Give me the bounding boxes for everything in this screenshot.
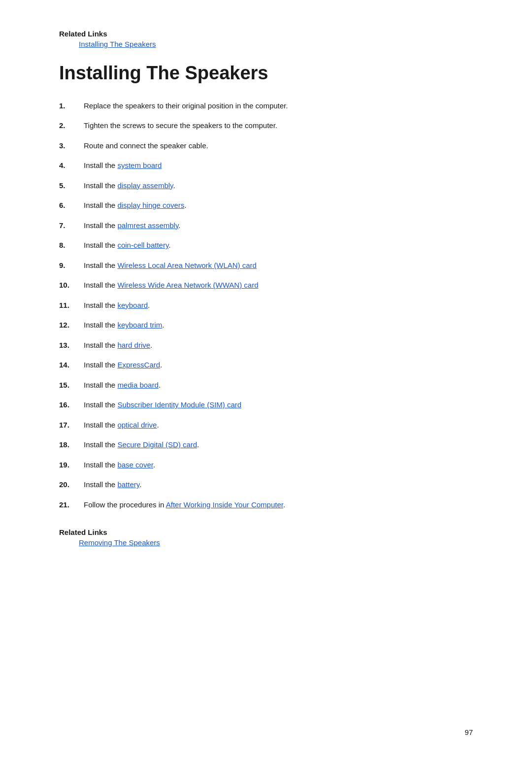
installing-speakers-link[interactable]: Installing The Speakers bbox=[79, 40, 156, 48]
step-20: 20. Install the battery. bbox=[59, 479, 473, 491]
step-text-7: Install the palmrest assembly. bbox=[84, 220, 473, 232]
step-5: 5. Install the display assembly. bbox=[59, 180, 473, 192]
step-text-6: Install the display hinge covers. bbox=[84, 200, 473, 211]
palmrest-assembly-link[interactable]: palmrest assembly bbox=[117, 221, 178, 230]
bottom-related-links-list: Removing The Speakers bbox=[59, 538, 473, 547]
step-21: 21. Follow the procedures in After Worki… bbox=[59, 499, 473, 511]
step-number-17: 17. bbox=[59, 420, 84, 431]
step-14: 14. Install the ExpressCard. bbox=[59, 360, 473, 371]
step-17: 17. Install the optical drive. bbox=[59, 420, 473, 431]
top-related-links-label: Related Links bbox=[59, 30, 473, 38]
step-text-2: Tighten the screws to secure the speaker… bbox=[84, 120, 473, 132]
step-7: 7. Install the palmrest assembly. bbox=[59, 220, 473, 232]
step-2: 2. Tighten the screws to secure the spea… bbox=[59, 120, 473, 132]
step-text-17: Install the optical drive. bbox=[84, 420, 473, 431]
step-number-14: 14. bbox=[59, 360, 84, 371]
step-19: 19. Install the base cover. bbox=[59, 460, 473, 471]
step-4: 4. Install the system board bbox=[59, 160, 473, 171]
step-text-15: Install the media board. bbox=[84, 380, 473, 391]
coin-cell-battery-link[interactable]: coin-cell battery bbox=[117, 241, 168, 249]
step-9: 9. Install the Wireless Local Area Netwo… bbox=[59, 260, 473, 271]
after-working-link[interactable]: After Working Inside Your Computer bbox=[166, 500, 283, 509]
step-text-20: Install the battery. bbox=[84, 479, 473, 491]
step-11: 11. Install the keyboard. bbox=[59, 300, 473, 311]
sim-card-link[interactable]: Subscriber Identity Module (SIM) card bbox=[117, 400, 241, 409]
step-text-8: Install the coin-cell battery. bbox=[84, 240, 473, 251]
step-1: 1. Replace the speakers to their origina… bbox=[59, 100, 473, 112]
step-text-21: Follow the procedures in After Working I… bbox=[84, 499, 473, 511]
step-number-15: 15. bbox=[59, 380, 84, 391]
step-text-18: Install the Secure Digital (SD) card. bbox=[84, 439, 473, 451]
step-text-1: Replace the speakers to their original p… bbox=[84, 100, 473, 112]
step-16: 16. Install the Subscriber Identity Modu… bbox=[59, 399, 473, 411]
step-18: 18. Install the Secure Digital (SD) card… bbox=[59, 439, 473, 451]
top-related-links-list: Installing The Speakers bbox=[59, 40, 473, 48]
step-text-13: Install the hard drive. bbox=[84, 340, 473, 351]
steps-list: 1. Replace the speakers to their origina… bbox=[59, 100, 473, 511]
page-title: Installing The Speakers bbox=[59, 62, 473, 85]
step-text-4: Install the system board bbox=[84, 160, 473, 171]
step-text-16: Install the Subscriber Identity Module (… bbox=[84, 399, 473, 411]
hard-drive-link[interactable]: hard drive bbox=[117, 341, 150, 349]
step-8: 8. Install the coin-cell battery. bbox=[59, 240, 473, 251]
step-text-10: Install the Wireless Wide Area Network (… bbox=[84, 280, 473, 291]
list-item: Installing The Speakers bbox=[79, 40, 473, 48]
optical-drive-link[interactable]: optical drive bbox=[117, 421, 157, 429]
step-number-16: 16. bbox=[59, 399, 84, 411]
step-number-3: 3. bbox=[59, 140, 84, 152]
expresscard-link[interactable]: ExpressCard bbox=[117, 361, 160, 369]
media-board-link[interactable]: media board bbox=[117, 381, 158, 389]
keyboard-trim-link[interactable]: keyboard trim bbox=[117, 321, 162, 329]
base-cover-link[interactable]: base cover bbox=[117, 461, 153, 469]
step-15: 15. Install the media board. bbox=[59, 380, 473, 391]
display-hinge-covers-link[interactable]: display hinge covers bbox=[117, 201, 184, 209]
step-text-9: Install the Wireless Local Area Network … bbox=[84, 260, 473, 271]
step-12: 12. Install the keyboard trim. bbox=[59, 320, 473, 331]
step-number-19: 19. bbox=[59, 460, 84, 471]
step-number-7: 7. bbox=[59, 220, 84, 232]
step-text-5: Install the display assembly. bbox=[84, 180, 473, 192]
step-number-18: 18. bbox=[59, 439, 84, 451]
step-number-10: 10. bbox=[59, 280, 84, 291]
top-related-links-section: Related Links Installing The Speakers bbox=[59, 30, 473, 48]
wlan-card-link[interactable]: Wireless Local Area Network (WLAN) card bbox=[117, 261, 257, 269]
step-number-1: 1. bbox=[59, 100, 84, 112]
step-number-6: 6. bbox=[59, 200, 84, 211]
step-number-5: 5. bbox=[59, 180, 84, 192]
step-number-12: 12. bbox=[59, 320, 84, 331]
display-assembly-link[interactable]: display assembly bbox=[117, 181, 173, 190]
system-board-link[interactable]: system board bbox=[117, 161, 162, 169]
list-item: Removing The Speakers bbox=[79, 538, 473, 547]
sd-card-link[interactable]: Secure Digital (SD) card bbox=[117, 440, 197, 449]
step-number-8: 8. bbox=[59, 240, 84, 251]
step-10: 10. Install the Wireless Wide Area Netwo… bbox=[59, 280, 473, 291]
step-number-20: 20. bbox=[59, 479, 84, 491]
step-text-14: Install the ExpressCard. bbox=[84, 360, 473, 371]
step-3: 3. Route and connect the speaker cable. bbox=[59, 140, 473, 152]
step-13: 13. Install the hard drive. bbox=[59, 340, 473, 351]
step-text-3: Route and connect the speaker cable. bbox=[84, 140, 473, 152]
keyboard-link[interactable]: keyboard bbox=[117, 301, 148, 309]
step-number-2: 2. bbox=[59, 120, 84, 132]
step-text-19: Install the base cover. bbox=[84, 460, 473, 471]
wwan-card-link[interactable]: Wireless Wide Area Network (WWAN) card bbox=[117, 281, 258, 289]
step-number-11: 11. bbox=[59, 300, 84, 311]
step-number-4: 4. bbox=[59, 160, 84, 171]
page-container: Related Links Installing The Speakers In… bbox=[0, 0, 532, 600]
step-number-13: 13. bbox=[59, 340, 84, 351]
page-number: 97 bbox=[465, 728, 473, 736]
bottom-related-links-section: Related Links Removing The Speakers bbox=[59, 528, 473, 547]
battery-link[interactable]: battery bbox=[117, 480, 139, 489]
bottom-related-links-label: Related Links bbox=[59, 528, 473, 536]
step-number-21: 21. bbox=[59, 499, 84, 511]
step-number-9: 9. bbox=[59, 260, 84, 271]
step-6: 6. Install the display hinge covers. bbox=[59, 200, 473, 211]
step-text-12: Install the keyboard trim. bbox=[84, 320, 473, 331]
step-text-11: Install the keyboard. bbox=[84, 300, 473, 311]
removing-speakers-link[interactable]: Removing The Speakers bbox=[79, 538, 160, 547]
